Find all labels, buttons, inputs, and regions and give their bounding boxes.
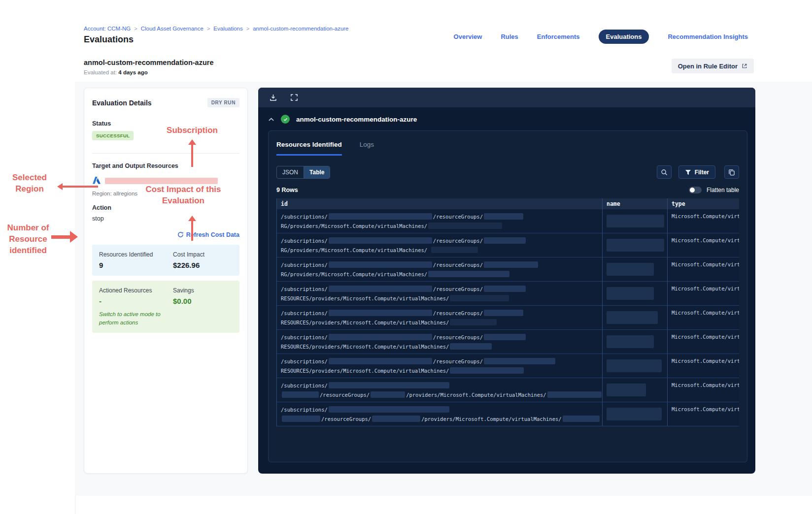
magnifier-icon bbox=[661, 169, 668, 176]
console-evaluation-title: anmol-custom-recommendation-azure bbox=[296, 116, 417, 123]
id-text: /resourceGroups/ bbox=[433, 214, 483, 220]
json-view-button[interactable]: JSON bbox=[277, 166, 304, 178]
annotation-resource-count: Number of Resource identified bbox=[3, 223, 53, 257]
redacted-name bbox=[607, 335, 654, 348]
id-text: /resourceGroups/ bbox=[433, 238, 483, 244]
redacted-text bbox=[484, 334, 526, 340]
table-row: /subscriptions//resourceGroups/RG/provid… bbox=[277, 209, 739, 233]
card-title: Evaluation Details bbox=[92, 99, 152, 107]
actioned-resources-label: Actioned Resources bbox=[99, 287, 173, 294]
rows-count: 9 Rows bbox=[276, 187, 298, 193]
evaluation-title: anmol-custom-recommendation-azure bbox=[84, 59, 213, 66]
annotation-subscription: Subscription bbox=[159, 125, 226, 136]
filter-button[interactable]: Filter bbox=[678, 165, 715, 179]
table-view-button[interactable]: Table bbox=[304, 166, 330, 178]
redacted-text bbox=[329, 213, 432, 220]
id-text: /subscriptions/ bbox=[281, 407, 328, 413]
type-cell: Microsoft.Compute/virtu bbox=[667, 306, 739, 329]
redacted-text bbox=[484, 261, 538, 268]
tab-overview[interactable]: Overview bbox=[454, 33, 482, 40]
tab-rules[interactable]: Rules bbox=[501, 33, 518, 40]
id-cell: /subscriptions//resourceGroups/RESOURCES… bbox=[277, 330, 602, 353]
cost-impact-arrow-icon bbox=[188, 216, 197, 241]
open-rule-editor-label: Open in Rule Editor bbox=[678, 63, 738, 70]
id-cell: /subscriptions//resourceGroups//provider… bbox=[277, 402, 602, 426]
fullscreen-icon bbox=[290, 94, 298, 101]
flatten-table-toggle[interactable]: Flatten table bbox=[689, 187, 739, 193]
redacted-text bbox=[450, 343, 492, 350]
id-cell: /subscriptions//resourceGroups/RESOURCES… bbox=[277, 354, 602, 378]
table-row: /subscriptions//resourceGroups/RG/provid… bbox=[277, 233, 739, 257]
breadcrumb-account[interactable]: Account: CCM-NG bbox=[84, 26, 131, 32]
redacted-text bbox=[329, 261, 432, 268]
evaluation-details-card: Evaluation Details DRY RUN Status SUCCES… bbox=[84, 88, 248, 474]
redacted-text bbox=[329, 358, 432, 364]
actioned-savings-box: Actioned Resources Savings - $0.00 Switc… bbox=[92, 281, 239, 333]
type-cell: Microsoft.Compute/virtu bbox=[667, 209, 739, 233]
redacted-text bbox=[450, 367, 524, 374]
table-row: /subscriptions//resourceGroups//provider… bbox=[277, 378, 739, 402]
copy-button[interactable] bbox=[724, 165, 739, 179]
type-cell: Microsoft.Compute/virtu bbox=[667, 282, 739, 305]
id-text: RG/providers/Microsoft.Compute/virtualMa… bbox=[281, 271, 427, 277]
type-cell: Microsoft.Compute/virtu bbox=[667, 233, 739, 257]
redacted-text bbox=[484, 286, 526, 292]
page-title: Evaluations bbox=[84, 34, 134, 45]
id-text: /resourceGroups/ bbox=[433, 310, 483, 316]
open-rule-editor-button[interactable]: Open in Rule Editor bbox=[672, 59, 754, 73]
tab-enforcements[interactable]: Enforcements bbox=[537, 33, 580, 40]
id-text: /resourceGroups/ bbox=[321, 416, 371, 422]
flatten-table-label: Flatten table bbox=[707, 187, 739, 193]
redacted-text bbox=[329, 310, 432, 316]
redacted-name bbox=[607, 359, 662, 372]
subscription-arrow-icon bbox=[188, 139, 197, 167]
refresh-cost-data-link[interactable]: Refresh Cost Data bbox=[177, 231, 239, 238]
tab-evaluations-active[interactable]: Evaluations bbox=[599, 30, 649, 44]
id-text: RG/providers/Microsoft.Compute/virtualMa… bbox=[281, 223, 427, 229]
annotation-selected-region: Selected Region bbox=[3, 172, 56, 195]
breadcrumb: Account: CCM-NG> Cloud Asset Governance>… bbox=[84, 26, 349, 32]
redacted-text bbox=[484, 213, 523, 220]
redacted-text bbox=[282, 416, 320, 422]
toggle-switch[interactable] bbox=[689, 187, 702, 193]
breadcrumb-evaluation-name[interactable]: anmol-custom-recommendation-azure bbox=[253, 26, 348, 32]
download-button[interactable] bbox=[269, 94, 277, 102]
evaluation-console-panel: anmol-custom-recommendation-azure Resour… bbox=[258, 88, 755, 474]
tab-logs[interactable]: Logs bbox=[360, 141, 374, 156]
active-mode-note: Switch to active mode to perform actions bbox=[99, 310, 173, 326]
redacted-name bbox=[607, 239, 664, 252]
download-icon bbox=[269, 94, 277, 102]
id-text: /resourceGroups/ bbox=[433, 286, 483, 292]
breadcrumb-evaluations[interactable]: Evaluations bbox=[213, 26, 242, 32]
cost-impact-value: $226.96 bbox=[173, 261, 233, 269]
search-button[interactable] bbox=[657, 165, 672, 179]
console-toolbar bbox=[258, 88, 755, 107]
selected-region-arrow-icon bbox=[57, 183, 98, 190]
resources-module: Resources Identified Logs JSON Table bbox=[268, 130, 747, 462]
tab-resources-identified[interactable]: Resources Identified bbox=[276, 141, 342, 156]
open-in-new-icon bbox=[742, 63, 747, 69]
resources-table-body: /subscriptions//resourceGroups/RG/provid… bbox=[277, 209, 739, 426]
column-header-name: name bbox=[602, 198, 667, 209]
name-cell bbox=[602, 209, 667, 233]
evaluated-at-value: 4 days ago bbox=[118, 69, 147, 75]
id-text: RG/providers/Microsoft.Compute/virtualMa… bbox=[281, 247, 430, 253]
breadcrumb-governance[interactable]: Cloud Asset Governance bbox=[141, 26, 203, 32]
redacted-text bbox=[484, 358, 555, 364]
redacted-text bbox=[371, 391, 405, 398]
redacted-text bbox=[484, 310, 523, 316]
redacted-text bbox=[547, 391, 602, 398]
filter-label: Filter bbox=[695, 169, 709, 176]
redacted-text bbox=[329, 334, 432, 340]
id-text: RESOURCES/providers/Microsoft.Compute/vi… bbox=[281, 295, 449, 301]
cost-impact-label: Cost Impact bbox=[173, 251, 233, 258]
action-value: stop bbox=[92, 215, 239, 222]
table-row: /subscriptions//resourceGroups/RG/provid… bbox=[277, 257, 739, 282]
column-header-type: type bbox=[667, 198, 739, 209]
table-header-row: id name type bbox=[277, 198, 739, 209]
tab-recommendation-insights[interactable]: Recommendation Insights bbox=[668, 33, 748, 40]
id-text: /resourceGroups/ bbox=[433, 262, 483, 268]
fullscreen-button[interactable] bbox=[290, 94, 298, 101]
id-cell: /subscriptions//resourceGroups/RESOURCES… bbox=[277, 306, 602, 329]
collapse-button[interactable] bbox=[268, 117, 274, 122]
